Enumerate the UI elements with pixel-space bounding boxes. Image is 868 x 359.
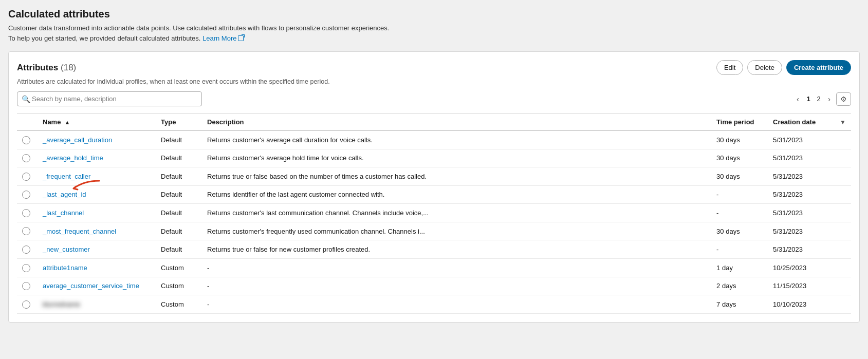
radio-button[interactable] bbox=[22, 227, 30, 235]
col-header-checkbox bbox=[17, 114, 38, 131]
table-body: _average_call_durationDefaultReturns cus… bbox=[17, 130, 851, 313]
radio-button[interactable] bbox=[22, 300, 30, 309]
card-count: (18) bbox=[61, 63, 76, 72]
page-description-line2: To help you get started, we provided def… bbox=[8, 33, 860, 44]
row-time-period-cell: 30 days bbox=[711, 222, 768, 240]
row-description-cell: Returns customer's average call duration… bbox=[202, 130, 711, 149]
radio-button[interactable] bbox=[22, 209, 30, 217]
row-creation-date-cell: 5/31/2023 bbox=[768, 130, 835, 149]
row-name-cell: average_customer_service_time bbox=[38, 277, 156, 295]
row-empty-cell bbox=[835, 277, 851, 295]
radio-button[interactable] bbox=[22, 173, 30, 181]
card-title: Attributes (18) bbox=[17, 63, 76, 72]
row-creation-date-cell: 11/15/2023 bbox=[768, 277, 835, 295]
card-title-wrap: Attributes (18) bbox=[17, 63, 76, 73]
prev-page-button[interactable]: ‹ bbox=[794, 93, 802, 104]
row-time-period-cell: 30 days bbox=[711, 167, 768, 186]
search-pagination-row: 🔍 ‹ 1 2 › ⚙ bbox=[17, 91, 851, 106]
col-header-description[interactable]: Description bbox=[202, 114, 711, 131]
attribute-name-link[interactable]: _new_customer bbox=[43, 245, 90, 253]
table-settings-button[interactable]: ⚙ bbox=[836, 92, 851, 106]
row-empty-cell bbox=[835, 185, 851, 204]
col-header-dropdown[interactable]: ▼ bbox=[835, 114, 851, 131]
row-radio-cell bbox=[17, 240, 38, 259]
table-row: _frequent_callerDefaultReturns true or f… bbox=[17, 167, 851, 186]
edit-button[interactable]: Edit bbox=[716, 60, 743, 75]
learn-more-link[interactable]: Learn More bbox=[202, 33, 244, 44]
radio-button[interactable] bbox=[22, 264, 30, 272]
attributes-table: Name ▲ Type Description Time period Crea… bbox=[17, 114, 851, 314]
table-row: _average_call_durationDefaultReturns cus… bbox=[17, 130, 851, 149]
row-description-cell: - bbox=[202, 258, 711, 277]
row-description-cell: Returns customer's average hold time for… bbox=[202, 149, 711, 167]
row-time-period-cell: 30 days bbox=[711, 130, 768, 149]
row-description-cell: Returns identifier of the last agent cus… bbox=[202, 185, 711, 204]
row-empty-cell bbox=[835, 130, 851, 149]
row-empty-cell bbox=[835, 204, 851, 222]
row-type-cell: Custom bbox=[156, 258, 202, 277]
row-name-cell: _new_customer bbox=[38, 240, 156, 259]
row-description-cell: Returns customer's frequently used commu… bbox=[202, 222, 711, 240]
row-time-period-cell: 1 day bbox=[711, 258, 768, 277]
attribute-name-link[interactable]: _last_channel bbox=[43, 209, 84, 217]
row-type-cell: Default bbox=[156, 149, 202, 167]
page-number-2[interactable]: 2 bbox=[815, 95, 822, 103]
table-row: _last_channelDefaultReturns customer's l… bbox=[17, 204, 851, 222]
create-attribute-button[interactable]: Create attribute bbox=[786, 60, 851, 75]
attribute-name-link[interactable]: _average_call_duration bbox=[43, 136, 112, 144]
attribute-name-link[interactable]: _most_frequent_channel bbox=[43, 228, 116, 235]
card-header: Attributes (18) Edit Delete Create attri… bbox=[17, 60, 851, 75]
table-row: average_customer_service_timeCustom-2 da… bbox=[17, 277, 851, 295]
attribute-name-link[interactable]: _average_hold_time bbox=[43, 154, 103, 162]
col-header-type[interactable]: Type bbox=[156, 114, 202, 131]
delete-button[interactable]: Delete bbox=[747, 60, 782, 75]
row-creation-date-cell: 5/31/2023 bbox=[768, 240, 835, 259]
radio-button[interactable] bbox=[22, 245, 30, 254]
col-header-time-period[interactable]: Time period bbox=[711, 114, 768, 131]
row-type-cell: Default bbox=[156, 222, 202, 240]
row-radio-cell bbox=[17, 204, 38, 222]
row-description-cell: - bbox=[202, 277, 711, 295]
row-radio-cell bbox=[17, 295, 38, 314]
row-empty-cell bbox=[835, 295, 851, 314]
table-row: blurrednameCustom-7 days10/10/2023 bbox=[17, 295, 851, 314]
column-dropdown-button[interactable]: ▼ bbox=[840, 119, 846, 126]
col-header-creation-date[interactable]: Creation date bbox=[768, 114, 835, 131]
search-input[interactable] bbox=[17, 91, 202, 106]
row-name-cell: _average_hold_time bbox=[38, 149, 156, 167]
row-radio-cell bbox=[17, 185, 38, 204]
pagination-controls: ‹ 1 2 › ⚙ bbox=[794, 92, 851, 106]
row-type-cell: Default bbox=[156, 130, 202, 149]
row-time-period-cell: - bbox=[711, 185, 768, 204]
radio-button[interactable] bbox=[22, 191, 30, 199]
page-number-1[interactable]: 1 bbox=[805, 95, 812, 103]
attribute-name-link[interactable]: attribute1name bbox=[43, 264, 87, 272]
external-link-icon bbox=[238, 35, 244, 41]
table-row: _new_customerDefaultReturns true or fals… bbox=[17, 240, 851, 259]
row-name-cell: _most_frequent_channel bbox=[38, 222, 156, 240]
header-buttons: Edit Delete Create attribute bbox=[716, 60, 851, 75]
table-row: _average_hold_timeDefaultReturns custome… bbox=[17, 149, 851, 167]
table-row: _last_agent_idDefaultReturns identifier … bbox=[17, 185, 851, 204]
blurred-name: blurredname bbox=[43, 300, 80, 308]
row-type-cell: Default bbox=[156, 185, 202, 204]
page-header: Calculated attributes Customer data tran… bbox=[8, 8, 860, 43]
attribute-name-link[interactable]: _last_agent_id bbox=[43, 191, 86, 198]
row-creation-date-cell: 5/31/2023 bbox=[768, 204, 835, 222]
row-empty-cell bbox=[835, 258, 851, 277]
radio-button[interactable] bbox=[22, 282, 30, 290]
row-description-cell: Returns customer's last communication ch… bbox=[202, 204, 711, 222]
row-type-cell: Custom bbox=[156, 277, 202, 295]
col-header-name[interactable]: Name ▲ bbox=[38, 114, 156, 131]
row-time-period-cell: 2 days bbox=[711, 277, 768, 295]
row-radio-cell bbox=[17, 167, 38, 186]
row-radio-cell bbox=[17, 130, 38, 149]
next-page-button[interactable]: › bbox=[825, 93, 833, 104]
row-type-cell: Default bbox=[156, 240, 202, 259]
row-empty-cell bbox=[835, 240, 851, 259]
radio-button[interactable] bbox=[22, 136, 30, 144]
attribute-name-link[interactable]: average_customer_service_time bbox=[43, 282, 139, 290]
radio-button[interactable] bbox=[22, 154, 30, 162]
attribute-name-link[interactable]: _frequent_caller bbox=[43, 173, 90, 180]
row-radio-cell bbox=[17, 222, 38, 240]
